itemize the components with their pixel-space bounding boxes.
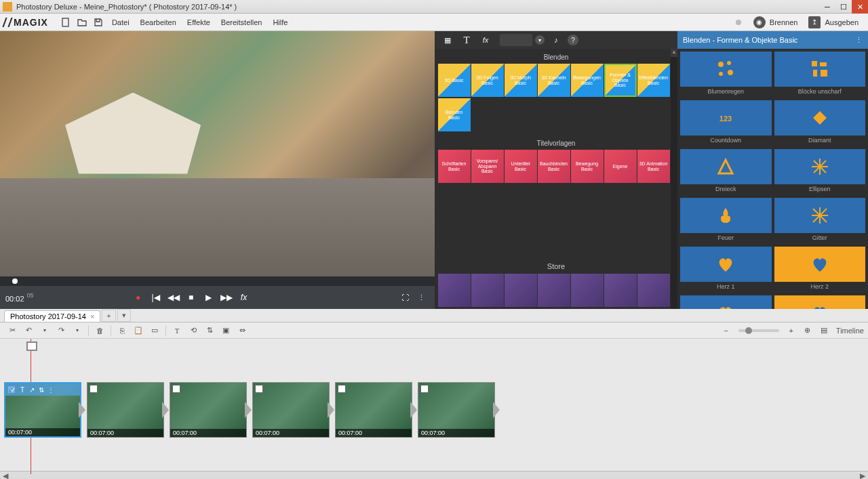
- blend-thumb-6[interactable]: Effektblenden Basic: [637, 64, 670, 97]
- menu-help[interactable]: Hilfe: [267, 18, 293, 26]
- preview-ruler[interactable]: [0, 276, 435, 286]
- title-thumb-1[interactable]: Vorspann/ Abspann Basic: [471, 150, 504, 183]
- redo-dropdown-icon[interactable]: ▾: [71, 325, 83, 337]
- tab-close-icon[interactable]: ×: [90, 312, 94, 320]
- tool-icon-1[interactable]: ▭: [149, 325, 161, 337]
- stop-button[interactable]: ■: [184, 290, 199, 305]
- timeline-scrollbar[interactable]: ◀ ▶: [0, 471, 868, 479]
- forward-button[interactable]: ▶▶: [219, 290, 234, 305]
- timeline-clip-0[interactable]: ✓✓T↗⇅⋮00:07:00: [4, 382, 81, 438]
- clip-checkbox[interactable]: [420, 385, 429, 393]
- effect-thumb-2[interactable]: 123: [680, 100, 772, 136]
- effect-thumb-5[interactable]: [774, 149, 866, 184]
- scroll-left-icon[interactable]: ◀: [0, 472, 11, 479]
- zoom-slider[interactable]: [738, 329, 779, 332]
- store-thumb-4[interactable]: [571, 274, 604, 307]
- play-button[interactable]: ▶: [201, 290, 216, 305]
- fit-icon[interactable]: ⊕: [802, 325, 814, 337]
- minimize-button[interactable]: ─: [819, 0, 835, 14]
- store-thumb-2[interactable]: [505, 274, 537, 307]
- effect-thumb-0[interactable]: [680, 51, 772, 87]
- fullscreen-button[interactable]: ⛶: [398, 291, 412, 304]
- clip-checkbox[interactable]: [255, 385, 263, 393]
- rewind-button[interactable]: ◀◀: [166, 290, 181, 305]
- store-thumb-5[interactable]: [604, 274, 637, 307]
- menu-provide[interactable]: Bereitstellen: [216, 18, 268, 26]
- delete-icon[interactable]: 🗑: [94, 325, 106, 337]
- store-thumb-0[interactable]: [438, 274, 471, 307]
- effect-thumb-4[interactable]: [680, 149, 772, 184]
- timeline-clip-4[interactable]: 00:07:00: [335, 382, 412, 438]
- copy-icon[interactable]: ⎘: [116, 325, 128, 337]
- burn-button[interactable]: ◉Brennen: [748, 16, 804, 28]
- new-file-icon[interactable]: [60, 17, 71, 28]
- menu-file[interactable]: Datei: [106, 18, 135, 26]
- maximize-button[interactable]: ☐: [835, 0, 852, 14]
- effect-thumb-8[interactable]: [680, 247, 772, 282]
- timeline-mode-label[interactable]: Timeline: [836, 327, 864, 335]
- blend-thumb-3[interactable]: 3D Kacheln Basic: [538, 64, 570, 97]
- filter-dropdown[interactable]: ▾: [500, 34, 532, 46]
- effect-thumb-1[interactable]: [774, 51, 866, 87]
- effect-thumb-10[interactable]: [680, 295, 772, 309]
- scroll-right-icon[interactable]: ▶: [857, 472, 868, 479]
- fx-button[interactable]: fx: [237, 290, 252, 305]
- tool-icon-2[interactable]: ⇅: [203, 325, 216, 337]
- tool-icon-4[interactable]: ⇔: [236, 325, 248, 337]
- blend-thumb-2[interactable]: 3D Morph Basic: [505, 64, 537, 97]
- tab-dropdown-button[interactable]: ▾: [117, 309, 131, 322]
- prev-button[interactable]: |◀: [149, 290, 163, 305]
- effect-thumb-11[interactable]: [774, 295, 866, 309]
- effect-thumb-7[interactable]: [774, 198, 866, 233]
- title-thumb-2[interactable]: Untertitel Basic: [505, 150, 537, 183]
- blend-thumb-7[interactable]: Blenden Basic: [438, 98, 471, 131]
- title-thumb-6[interactable]: 3D Animation Basic: [637, 150, 670, 183]
- title-thumb-5[interactable]: Eigene: [604, 150, 637, 183]
- store-thumb-3[interactable]: [538, 274, 570, 307]
- effect-thumb-6[interactable]: [680, 198, 772, 233]
- zoom-out-icon[interactable]: −: [720, 325, 732, 337]
- project-tab[interactable]: Photostory 2017-09-14 ×: [4, 310, 100, 322]
- title-thumb-3[interactable]: Bauchbinden Basic: [538, 150, 570, 183]
- timeline-clip-1[interactable]: 00:07:00: [87, 382, 164, 438]
- blend-thumb-4[interactable]: Bewegungen Basic: [571, 64, 604, 97]
- redo-icon[interactable]: ↷: [55, 325, 67, 337]
- timeline-clip-5[interactable]: 00:07:00: [418, 382, 495, 438]
- title-thumb-4[interactable]: Bewegung Basic: [571, 150, 604, 183]
- blend-thumb-1[interactable]: 3D Folgen Basic: [471, 64, 504, 97]
- timeline-clip-3[interactable]: 00:07:00: [252, 382, 330, 438]
- text-tool-icon[interactable]: T: [459, 33, 474, 47]
- clip-checkbox[interactable]: [338, 385, 346, 393]
- text-icon[interactable]: T: [171, 325, 183, 337]
- blend-thumb-0[interactable]: 3D Basic: [438, 64, 471, 97]
- store-thumb-6[interactable]: [637, 274, 670, 307]
- effects-more-icon[interactable]: ⋮: [855, 36, 863, 45]
- tab-add-button[interactable]: +: [102, 310, 115, 322]
- preview-image[interactable]: [0, 31, 435, 276]
- menu-edit[interactable]: Bearbeiten: [135, 18, 182, 26]
- zoom-in-icon[interactable]: +: [785, 325, 797, 337]
- timeline[interactable]: ✓✓T↗⇅⋮00:07:0000:07:0000:07:0000:07:0000…: [0, 339, 868, 471]
- blend-thumb-5[interactable]: Formen & Objekte Basic: [604, 64, 637, 97]
- clip-checkbox[interactable]: [172, 385, 180, 393]
- save-icon[interactable]: [93, 17, 104, 28]
- paste-icon[interactable]: 📋: [132, 325, 144, 337]
- cut-icon[interactable]: ✂: [6, 325, 18, 337]
- title-thumb-0[interactable]: Schriftarten Basic: [438, 150, 471, 183]
- rotate-icon[interactable]: ⟲: [187, 325, 199, 337]
- close-button[interactable]: ✕: [852, 0, 868, 14]
- preview-more-icon[interactable]: ⋮: [414, 291, 428, 304]
- record-button[interactable]: ●: [131, 290, 146, 305]
- export-button[interactable]: ↥Ausgeben: [803, 16, 864, 28]
- help-icon[interactable]: ?: [568, 35, 578, 45]
- view-mode-icon[interactable]: ▤: [818, 325, 830, 337]
- music-icon[interactable]: ♪: [549, 33, 564, 47]
- effect-thumb-9[interactable]: [774, 247, 866, 282]
- effect-thumb-3[interactable]: [774, 100, 866, 136]
- tool-icon-3[interactable]: ▣: [220, 325, 232, 337]
- undo-icon[interactable]: ↶: [22, 325, 35, 337]
- preview-playhead[interactable]: [12, 278, 18, 284]
- clip-checkbox[interactable]: [90, 385, 98, 393]
- store-thumb-1[interactable]: [471, 274, 504, 307]
- grid-view-icon[interactable]: ▦: [440, 33, 455, 47]
